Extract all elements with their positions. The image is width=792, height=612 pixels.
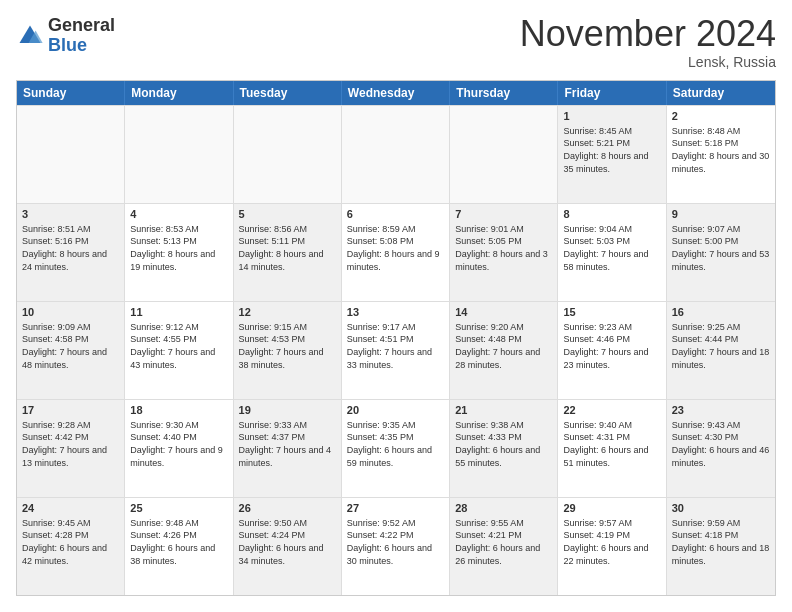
header-day-thursday: Thursday [450,81,558,105]
calendar-cell: 12Sunrise: 9:15 AMSunset: 4:53 PMDayligh… [234,302,342,399]
day-info: Sunrise: 9:25 AMSunset: 4:44 PMDaylight:… [672,321,770,371]
calendar-cell [125,106,233,203]
day-number: 24 [22,501,119,516]
calendar-cell: 16Sunrise: 9:25 AMSunset: 4:44 PMDayligh… [667,302,775,399]
logo: General Blue [16,16,115,56]
calendar-cell [450,106,558,203]
calendar-cell: 7Sunrise: 9:01 AMSunset: 5:05 PMDaylight… [450,204,558,301]
day-info: Sunrise: 8:59 AMSunset: 5:08 PMDaylight:… [347,223,444,273]
calendar-cell: 18Sunrise: 9:30 AMSunset: 4:40 PMDayligh… [125,400,233,497]
day-info: Sunrise: 9:09 AMSunset: 4:58 PMDaylight:… [22,321,119,371]
day-number: 17 [22,403,119,418]
header-day-tuesday: Tuesday [234,81,342,105]
header-day-saturday: Saturday [667,81,775,105]
day-number: 2 [672,109,770,124]
day-info: Sunrise: 8:56 AMSunset: 5:11 PMDaylight:… [239,223,336,273]
calendar-cell: 3Sunrise: 8:51 AMSunset: 5:16 PMDaylight… [17,204,125,301]
calendar-cell: 30Sunrise: 9:59 AMSunset: 4:18 PMDayligh… [667,498,775,595]
day-info: Sunrise: 9:48 AMSunset: 4:26 PMDaylight:… [130,517,227,567]
calendar-cell: 2Sunrise: 8:48 AMSunset: 5:18 PMDaylight… [667,106,775,203]
day-info: Sunrise: 9:28 AMSunset: 4:42 PMDaylight:… [22,419,119,469]
day-number: 3 [22,207,119,222]
calendar-cell: 13Sunrise: 9:17 AMSunset: 4:51 PMDayligh… [342,302,450,399]
calendar-cell: 23Sunrise: 9:43 AMSunset: 4:30 PMDayligh… [667,400,775,497]
location: Lensk, Russia [520,54,776,70]
title-section: November 2024 Lensk, Russia [520,16,776,70]
calendar-row-2: 3Sunrise: 8:51 AMSunset: 5:16 PMDaylight… [17,203,775,301]
day-number: 30 [672,501,770,516]
calendar-cell: 10Sunrise: 9:09 AMSunset: 4:58 PMDayligh… [17,302,125,399]
day-number: 7 [455,207,552,222]
day-info: Sunrise: 9:17 AMSunset: 4:51 PMDaylight:… [347,321,444,371]
header: General Blue November 2024 Lensk, Russia [16,16,776,70]
day-number: 11 [130,305,227,320]
calendar-row-5: 24Sunrise: 9:45 AMSunset: 4:28 PMDayligh… [17,497,775,595]
calendar-cell: 27Sunrise: 9:52 AMSunset: 4:22 PMDayligh… [342,498,450,595]
calendar-cell: 20Sunrise: 9:35 AMSunset: 4:35 PMDayligh… [342,400,450,497]
page: General Blue November 2024 Lensk, Russia… [0,0,792,612]
day-number: 22 [563,403,660,418]
day-info: Sunrise: 8:48 AMSunset: 5:18 PMDaylight:… [672,125,770,175]
day-number: 28 [455,501,552,516]
day-number: 18 [130,403,227,418]
day-number: 27 [347,501,444,516]
day-number: 1 [563,109,660,124]
logo-blue: Blue [48,36,115,56]
calendar-cell [342,106,450,203]
day-number: 14 [455,305,552,320]
logo-general: General [48,16,115,36]
day-number: 12 [239,305,336,320]
month-title: November 2024 [520,16,776,52]
day-info: Sunrise: 9:38 AMSunset: 4:33 PMDaylight:… [455,419,552,469]
calendar-cell: 8Sunrise: 9:04 AMSunset: 5:03 PMDaylight… [558,204,666,301]
calendar-cell: 6Sunrise: 8:59 AMSunset: 5:08 PMDaylight… [342,204,450,301]
day-info: Sunrise: 9:59 AMSunset: 4:18 PMDaylight:… [672,517,770,567]
calendar-cell: 26Sunrise: 9:50 AMSunset: 4:24 PMDayligh… [234,498,342,595]
day-info: Sunrise: 9:45 AMSunset: 4:28 PMDaylight:… [22,517,119,567]
day-number: 15 [563,305,660,320]
calendar-cell: 17Sunrise: 9:28 AMSunset: 4:42 PMDayligh… [17,400,125,497]
calendar-row-4: 17Sunrise: 9:28 AMSunset: 4:42 PMDayligh… [17,399,775,497]
calendar-cell [234,106,342,203]
day-info: Sunrise: 9:04 AMSunset: 5:03 PMDaylight:… [563,223,660,273]
header-day-wednesday: Wednesday [342,81,450,105]
calendar-cell: 25Sunrise: 9:48 AMSunset: 4:26 PMDayligh… [125,498,233,595]
day-info: Sunrise: 9:52 AMSunset: 4:22 PMDaylight:… [347,517,444,567]
day-number: 29 [563,501,660,516]
day-info: Sunrise: 9:43 AMSunset: 4:30 PMDaylight:… [672,419,770,469]
calendar-cell: 29Sunrise: 9:57 AMSunset: 4:19 PMDayligh… [558,498,666,595]
calendar-row-3: 10Sunrise: 9:09 AMSunset: 4:58 PMDayligh… [17,301,775,399]
calendar-cell: 5Sunrise: 8:56 AMSunset: 5:11 PMDaylight… [234,204,342,301]
day-number: 20 [347,403,444,418]
calendar-cell [17,106,125,203]
header-day-sunday: Sunday [17,81,125,105]
day-info: Sunrise: 8:45 AMSunset: 5:21 PMDaylight:… [563,125,660,175]
day-number: 8 [563,207,660,222]
calendar-cell: 1Sunrise: 8:45 AMSunset: 5:21 PMDaylight… [558,106,666,203]
calendar-cell: 11Sunrise: 9:12 AMSunset: 4:55 PMDayligh… [125,302,233,399]
logo-text: General Blue [48,16,115,56]
calendar-cell: 4Sunrise: 8:53 AMSunset: 5:13 PMDaylight… [125,204,233,301]
day-number: 16 [672,305,770,320]
day-info: Sunrise: 9:07 AMSunset: 5:00 PMDaylight:… [672,223,770,273]
day-number: 21 [455,403,552,418]
day-info: Sunrise: 9:30 AMSunset: 4:40 PMDaylight:… [130,419,227,469]
header-day-monday: Monday [125,81,233,105]
day-info: Sunrise: 9:01 AMSunset: 5:05 PMDaylight:… [455,223,552,273]
day-number: 13 [347,305,444,320]
calendar-cell: 22Sunrise: 9:40 AMSunset: 4:31 PMDayligh… [558,400,666,497]
calendar-body: 1Sunrise: 8:45 AMSunset: 5:21 PMDaylight… [17,105,775,595]
day-number: 26 [239,501,336,516]
day-info: Sunrise: 9:23 AMSunset: 4:46 PMDaylight:… [563,321,660,371]
calendar-header: SundayMondayTuesdayWednesdayThursdayFrid… [17,81,775,105]
day-info: Sunrise: 8:51 AMSunset: 5:16 PMDaylight:… [22,223,119,273]
day-info: Sunrise: 9:12 AMSunset: 4:55 PMDaylight:… [130,321,227,371]
logo-icon [16,22,44,50]
day-info: Sunrise: 9:20 AMSunset: 4:48 PMDaylight:… [455,321,552,371]
calendar: SundayMondayTuesdayWednesdayThursdayFrid… [16,80,776,596]
calendar-cell: 14Sunrise: 9:20 AMSunset: 4:48 PMDayligh… [450,302,558,399]
day-info: Sunrise: 9:55 AMSunset: 4:21 PMDaylight:… [455,517,552,567]
calendar-cell: 9Sunrise: 9:07 AMSunset: 5:00 PMDaylight… [667,204,775,301]
calendar-cell: 19Sunrise: 9:33 AMSunset: 4:37 PMDayligh… [234,400,342,497]
calendar-cell: 24Sunrise: 9:45 AMSunset: 4:28 PMDayligh… [17,498,125,595]
